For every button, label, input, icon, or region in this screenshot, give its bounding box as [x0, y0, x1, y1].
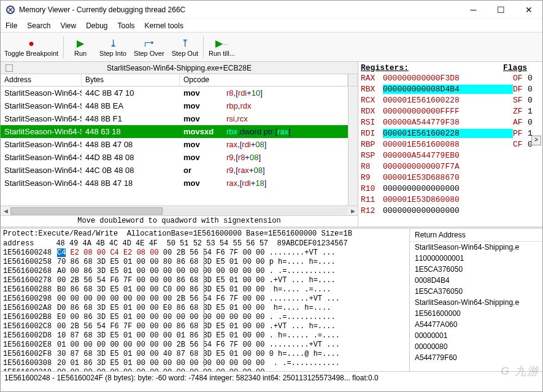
registers-pane[interactable]: Registers: Flags RAX000000000000F3D8OF0R… — [358, 62, 542, 226]
register-row[interactable]: RBP000001E561600088CF0 — [361, 139, 540, 150]
minimize-button[interactable]: ─ — [460, 1, 487, 19]
instruction-description: Move doubleword to quadword with signext… — [1, 215, 358, 226]
flags-header: Flags — [503, 63, 540, 72]
menu-kernel-tools[interactable]: Kernel tools — [145, 21, 183, 30]
disasm-row[interactable]: StarlitSeason-Win64-S44C 8B 47 10movr8,[… — [1, 86, 348, 99]
registers-header: Registers: — [361, 63, 503, 72]
col-address[interactable]: Address — [1, 74, 82, 86]
hex-column-header: address 48 49 4A 4B 4C 4D 4E 4F 50 51 52… — [1, 239, 409, 248]
menubar: File Search View Debug Tools Kernel tool… — [1, 19, 542, 33]
stack-row[interactable]: 1E5CA376050 — [410, 264, 542, 275]
hex-row[interactable]: 1E5616002A8D0 86 68 3D E5 01 00 00 E0 86… — [1, 304, 409, 313]
disasm-hscroll[interactable]: ◀ ▶ — [1, 206, 358, 215]
stack-row[interactable]: 1E5CA376050 — [410, 286, 542, 297]
register-row[interactable]: RCX000001E561600228SF0 — [361, 94, 540, 106]
hex-row[interactable]: 1E56160029800 00 00 00 00 00 00 00 00 2B… — [1, 294, 409, 304]
menu-search[interactable]: Search — [27, 21, 50, 30]
register-row[interactable]: RDX000000000000FFFFZF1 — [361, 106, 540, 117]
hex-row[interactable]: 1E561600288B0 86 68 3D E5 01 00 00 C0 00… — [1, 285, 409, 294]
hex-protection-info: Protect:Execute/Read/Write AllocationBas… — [1, 229, 409, 239]
close-button[interactable]: ✕ — [515, 1, 542, 19]
register-row[interactable]: RSP000000A544779EB0 — [361, 150, 540, 161]
disasm-rows[interactable]: StarlitSeason-Win64-S44C 8B 47 10movr8,[… — [1, 86, 348, 206]
disasm-vscroll[interactable] — [348, 86, 358, 206]
hex-row[interactable]: 1E561600268A0 00 86 3D E5 01 00 00 00 00… — [1, 267, 409, 276]
menu-view[interactable]: View — [60, 21, 76, 30]
play-icon: ▶ — [77, 37, 84, 50]
disasm-row[interactable]: StarlitSeason-Win64-S44C 0B 48 08orr9,[r… — [1, 164, 348, 177]
register-row[interactable]: R100000000000000000 — [361, 183, 540, 194]
stack-row[interactable]: StarlitSeason-Win64-Shipping.e — [410, 297, 542, 308]
hex-pane[interactable]: Protect:Execute/Read/Write AllocationBas… — [1, 229, 410, 371]
app-icon — [6, 5, 15, 15]
titlebar: Memory Viewer - Currently debugging thre… — [1, 1, 542, 19]
hex-row[interactable]: 1E5616002C800 2B 56 54 F6 7F 00 00 00 86… — [1, 322, 409, 331]
menu-debug[interactable]: Debug — [86, 21, 107, 30]
disasm-row[interactable]: StarlitSeason-Win64-S448 8B F1movrsi,rcx — [1, 112, 348, 125]
toggle-breakpoint-button[interactable]: ● Toggle Breakpoint — [1, 36, 62, 58]
hex-cursor-line — [204, 248, 204, 367]
stack-row[interactable]: A54477A060 — [410, 319, 542, 330]
stack-row[interactable]: StarlitSeason-Win64-Shipping.e — [410, 242, 542, 253]
stack-row[interactable]: 00000001 — [410, 330, 542, 341]
register-row[interactable]: R8 0000000000007F7A — [361, 161, 540, 172]
hex-row[interactable]: 1E5616002E801 00 00 00 00 00 00 00 00 2B… — [1, 340, 409, 350]
hex-row[interactable]: 1E5616002F830 87 68 3D E5 01 00 00 40 87… — [1, 350, 409, 359]
maximize-button[interactable]: ☐ — [487, 1, 515, 19]
register-row[interactable]: RSI000000A544779F38AF0 — [361, 117, 540, 128]
disasm-row[interactable]: StarlitSeason-Win64-S448 8B 47 18movrax,… — [1, 177, 348, 190]
window-title: Memory Viewer - Currently debugging thre… — [19, 6, 460, 14]
hex-row[interactable]: 1E5616002D810 87 68 3D E5 01 00 00 00 01… — [1, 331, 409, 340]
register-row[interactable]: R120000000000000000 — [361, 205, 540, 216]
register-row[interactable]: RAX000000000000F3D8OF0 — [361, 72, 540, 83]
col-bytes[interactable]: Bytes — [82, 74, 180, 86]
stack-row[interactable]: 1E561600000 — [410, 308, 542, 319]
hex-row[interactable]: 1E561600248C4 E2 08 00 C4 E2 08 00 00 2B… — [1, 248, 409, 258]
disasm-row[interactable]: StarlitSeason-Win64-S448 8B EAmovrbp,rdx — [1, 99, 348, 112]
run-till-icon: ▶… — [215, 37, 228, 50]
watermark: G 九游 — [501, 364, 539, 379]
disasm-row[interactable]: StarlitSeason-Win64-S448 63 18movsxdrbx,… — [1, 125, 348, 138]
breakpoint-icon: ● — [28, 37, 34, 50]
col-opcode[interactable]: Opcode — [180, 74, 348, 86]
step-into-button[interactable]: ⤓ Step Into — [96, 36, 130, 58]
hex-row[interactable]: 1E56160025870 86 68 3D E5 01 00 00 80 86… — [1, 258, 409, 267]
status-bar: 1E561600248 - 1E56160024F (8 bytes): byt… — [1, 371, 542, 383]
disasm-row[interactable]: StarlitSeason-Win64-S44D 8B 48 08movr9,[… — [1, 151, 348, 164]
expand-box-icon[interactable] — [6, 64, 13, 72]
hex-row[interactable]: 1E56160030820 01 86 3D E5 01 00 00 00 00… — [1, 359, 409, 368]
stack-pane[interactable]: Return Address StarlitSeason-Win64-Shipp… — [410, 229, 542, 371]
module-header: StarlitSeason-Win64-Shipping.exe+ECB28E — [1, 62, 358, 74]
scroll-left-icon[interactable]: ◀ — [1, 208, 10, 214]
disasm-row[interactable]: StarlitSeason-Win64-S448 8B 47 08movrax,… — [1, 138, 348, 151]
hex-row[interactable]: 1E56160027800 2B 56 54 F6 7F 00 00 00 86… — [1, 276, 409, 285]
more-registers-button[interactable]: > — [531, 136, 541, 145]
run-button[interactable]: ▶ Run — [65, 36, 96, 58]
scroll-right-icon[interactable]: ▶ — [348, 208, 358, 214]
disassembly-pane[interactable]: StarlitSeason-Win64-Shipping.exe+ECB28E … — [1, 62, 358, 226]
step-into-icon: ⤓ — [109, 37, 117, 50]
step-out-button[interactable]: ⤒ Step Out — [168, 36, 202, 58]
stack-row[interactable]: 110000000001 — [410, 253, 542, 264]
step-over-icon: ⮣ — [144, 37, 154, 50]
register-row[interactable]: R9 000001E53D688670 — [361, 172, 540, 183]
disasm-columns: Address Bytes Opcode — [1, 74, 358, 86]
step-out-icon: ⤒ — [181, 37, 189, 50]
stack-row[interactable]: 0008D4B4 — [410, 275, 542, 286]
hex-row[interactable]: 1E5616002B8E0 00 86 3D E5 01 00 00 00 00… — [1, 313, 409, 322]
register-row[interactable]: RBX000000000008D4B4DF0 — [361, 83, 540, 94]
hex-row[interactable]: 1E56160031800 00 00 00 00 00 00 00 00 00… — [1, 368, 409, 371]
run-till-button[interactable]: ▶… Run till... — [205, 36, 239, 58]
menu-tools[interactable]: Tools — [118, 21, 135, 30]
register-row[interactable]: RDI000001E561600228PF1 — [361, 128, 540, 139]
stack-row[interactable]: 00000080 — [410, 341, 542, 352]
toolbar: ● Toggle Breakpoint ▶ Run ⤓ Step Into ⮣ … — [1, 33, 542, 62]
menu-file[interactable]: File — [6, 21, 17, 30]
stack-row[interactable]: A544779F60 — [410, 352, 542, 363]
register-row[interactable]: R11000001E53D860080 — [361, 194, 540, 205]
stack-header: Return Address — [410, 229, 542, 242]
step-over-button[interactable]: ⮣ Step Over — [130, 36, 168, 58]
